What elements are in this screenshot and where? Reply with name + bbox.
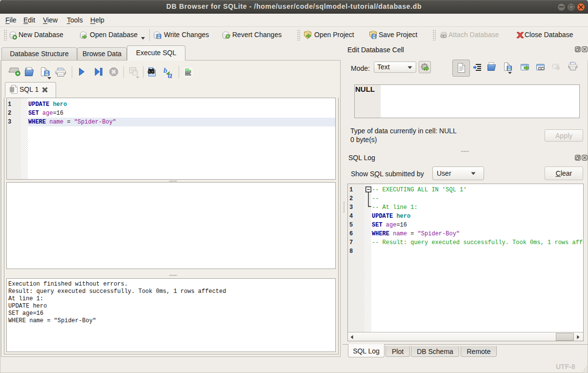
svg-text:b: b (163, 66, 167, 74)
svg-text:a: a (168, 70, 172, 80)
